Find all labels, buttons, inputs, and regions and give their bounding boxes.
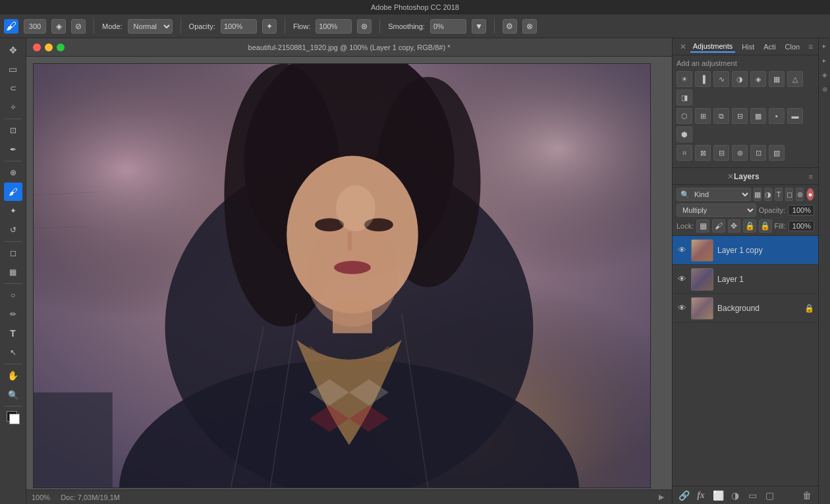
eyedropper-tool[interactable]: ✒ bbox=[4, 140, 22, 159]
lock-position-btn[interactable]: ✥ bbox=[728, 219, 741, 233]
adj-icon5[interactable]: ⊡ bbox=[750, 145, 766, 161]
exposure-adj[interactable]: ◑ bbox=[732, 71, 748, 87]
quick-select-tool[interactable]: ✧ bbox=[4, 98, 22, 117]
threshold-adj[interactable]: ▪ bbox=[769, 108, 785, 124]
eraser-tool[interactable]: ◻ bbox=[4, 244, 22, 262]
photo-filter-adj[interactable]: ⬡ bbox=[677, 108, 692, 124]
photo-canvas[interactable] bbox=[33, 63, 651, 488]
posterize-adj[interactable]: ▩ bbox=[750, 108, 766, 124]
status-arrow[interactable]: ▶ bbox=[656, 492, 667, 503]
move-tool[interactable]: ✥ bbox=[4, 41, 22, 59]
curves-icon2[interactable]: ⊟ bbox=[713, 145, 729, 161]
minimize-button[interactable] bbox=[45, 43, 53, 51]
edge-icon-3[interactable]: ◈ bbox=[820, 70, 829, 79]
layer-type-filter[interactable]: T bbox=[775, 188, 783, 201]
brightness-contrast-adj[interactable]: ☀ bbox=[677, 71, 692, 87]
adj-icon6[interactable]: ▧ bbox=[769, 145, 785, 161]
color-lookup-adj[interactable]: ⧉ bbox=[713, 108, 729, 124]
fx-btn[interactable]: fx bbox=[694, 488, 708, 503]
clone-source-tab[interactable]: Clon bbox=[783, 42, 803, 52]
adjustments-tab[interactable]: Adjustments bbox=[690, 41, 736, 53]
brush-tool[interactable]: 🖌 bbox=[4, 182, 22, 201]
brush-tool-icon[interactable]: 🖌 bbox=[4, 19, 18, 34]
layers-menu-btn[interactable]: ≡ bbox=[809, 173, 813, 181]
zoom-tool[interactable]: 🔍 bbox=[4, 385, 22, 404]
blend-mode-select[interactable]: Multiply Normal Screen Overlay Darken Li… bbox=[677, 204, 756, 217]
foreground-color[interactable] bbox=[4, 408, 22, 427]
opacity-toolbar-input[interactable] bbox=[221, 19, 257, 34]
history-tab[interactable]: Hist bbox=[739, 42, 757, 52]
link-layers-btn[interactable]: 🔗 bbox=[677, 488, 691, 503]
edge-icon-4[interactable]: ⊕ bbox=[820, 84, 829, 94]
healing-tool[interactable]: ⊕ bbox=[4, 163, 22, 182]
maximize-button[interactable] bbox=[57, 43, 65, 51]
selective-color-adj[interactable]: ⬢ bbox=[677, 126, 692, 142]
layer-smart-filter[interactable]: ⊛ bbox=[796, 188, 804, 201]
canvas-wrapper[interactable] bbox=[26, 57, 672, 490]
pen-tool[interactable]: ✏ bbox=[4, 305, 22, 323]
edge-icon-1[interactable]: ▸ bbox=[820, 41, 829, 50]
lock-artboard-btn[interactable]: 🔒 bbox=[743, 219, 756, 233]
brightness-icon2[interactable]: ⌗ bbox=[677, 145, 692, 161]
channel-mixer-adj[interactable]: ⊞ bbox=[695, 108, 711, 124]
adjustments-panel-close[interactable]: ✕ bbox=[680, 42, 686, 51]
flow-toggle[interactable]: ⊛ bbox=[357, 19, 372, 34]
text-tool[interactable]: T bbox=[4, 324, 22, 343]
hsl-adj[interactable]: ▦ bbox=[769, 71, 785, 87]
close-button[interactable] bbox=[33, 43, 41, 51]
add-adjustment-btn[interactable]: ◑ bbox=[728, 488, 742, 503]
lasso-tool[interactable]: ⊂ bbox=[4, 79, 22, 98]
exposure-icon2[interactable]: ⊛ bbox=[732, 145, 748, 161]
fill-value[interactable]: 100% bbox=[788, 221, 814, 231]
layer-shape-filter[interactable]: ◻ bbox=[785, 188, 793, 201]
brush-mode-icon[interactable]: ◈ bbox=[51, 19, 66, 34]
brush-symmetry-btn[interactable]: ⊗ bbox=[522, 19, 537, 34]
layer-item-layer1[interactable]: 👁 Layer 1 bbox=[673, 265, 818, 294]
hand-tool[interactable]: ✋ bbox=[4, 366, 22, 385]
new-layer-btn[interactable]: ▢ bbox=[762, 488, 777, 503]
gradient-tool[interactable]: ▦ bbox=[4, 263, 22, 281]
brush-toggle[interactable]: ⊘ bbox=[71, 19, 86, 34]
layer-adjustment-filter[interactable]: ◑ bbox=[764, 188, 772, 201]
layer-item-background[interactable]: 👁 Background 🔒 bbox=[673, 294, 818, 323]
adj-icons-row-2: ⬡ ⊞ ⧉ ⊟ ▩ ▪ ▬ ⬢ bbox=[677, 108, 814, 142]
vibrance-adj[interactable]: ◈ bbox=[750, 71, 766, 87]
bw-adj[interactable]: ◨ bbox=[677, 90, 692, 105]
layer-item-layer1copy[interactable]: 👁 Layer 1 copy bbox=[673, 236, 818, 265]
smoothing-dropdown[interactable]: ▼ bbox=[472, 19, 486, 34]
brush-size-display[interactable]: 300 bbox=[24, 19, 46, 34]
lock-all-btn[interactable]: 🔒 bbox=[759, 219, 772, 233]
gradient-map-adj[interactable]: ▬ bbox=[787, 108, 803, 124]
history-brush-tool[interactable]: ↺ bbox=[4, 221, 22, 239]
dodge-tool[interactable]: ○ bbox=[4, 286, 22, 304]
invert-adj[interactable]: ⊟ bbox=[732, 108, 748, 124]
crop-tool[interactable]: ⊡ bbox=[4, 121, 22, 140]
mode-select[interactable]: Normal Multiply Screen Overlay bbox=[128, 19, 173, 34]
lock-transparent-btn[interactable]: ▦ bbox=[696, 219, 709, 233]
curves-adj[interactable]: ∿ bbox=[713, 71, 729, 87]
edge-icon-2[interactable]: ▸ bbox=[820, 55, 829, 65]
levels-icon2[interactable]: ⊠ bbox=[695, 145, 711, 161]
panel-collapse-btn[interactable]: ≡ bbox=[808, 42, 813, 51]
layers-panel-close[interactable]: ✕ bbox=[727, 172, 734, 181]
path-select-tool[interactable]: ↖ bbox=[4, 343, 22, 362]
add-group-btn[interactable]: ▭ bbox=[745, 488, 760, 503]
actions-tab[interactable]: Acti bbox=[761, 42, 778, 52]
levels-adj[interactable]: ▐ bbox=[695, 71, 711, 87]
clone-tool[interactable]: ✦ bbox=[4, 202, 22, 220]
layer-visibility-layer1[interactable]: 👁 bbox=[677, 274, 687, 285]
layer-visibility-background[interactable]: 👁 bbox=[677, 303, 687, 314]
layer-visibility-layer1copy[interactable]: 👁 bbox=[677, 245, 687, 256]
layer-pixel-filter[interactable]: ▦ bbox=[754, 188, 761, 201]
lock-image-btn[interactable]: 🖌 bbox=[712, 219, 725, 233]
opacity-airbrush-toggle[interactable]: ✦ bbox=[262, 19, 277, 34]
opacity-value[interactable]: 100% bbox=[788, 205, 814, 215]
add-mask-btn[interactable]: ⬜ bbox=[711, 488, 725, 503]
delete-layer-btn[interactable]: 🗑 bbox=[800, 488, 814, 503]
layer-filter-toggle[interactable]: ● bbox=[806, 188, 814, 201]
brush-settings-btn[interactable]: ⚙ bbox=[503, 19, 517, 34]
color-balance-adj[interactable]: △ bbox=[787, 71, 803, 87]
marquee-tool[interactable]: ▭ bbox=[4, 60, 22, 78]
smoothing-toolbar-input[interactable] bbox=[430, 19, 466, 34]
flow-toolbar-input[interactable] bbox=[316, 19, 352, 34]
